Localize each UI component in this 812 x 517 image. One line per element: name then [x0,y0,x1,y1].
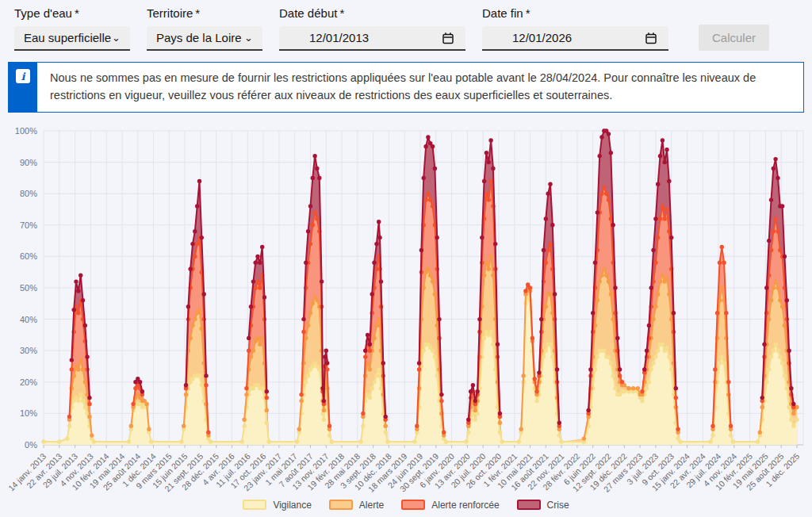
legend-swatch-crise [517,500,541,510]
info-banner-text: Nous ne sommes pas en mesure de fournir … [37,63,803,112]
chevron-down-icon: ⌄ [244,33,253,43]
svg-text:60%: 60% [20,251,37,261]
required-asterisk: * [339,6,344,20]
filters-form: Type d'eau* Eau superficielle ⌄ Territoi… [0,0,812,51]
svg-text:80%: 80% [20,189,37,198]
info-banner: i Nous ne sommes pas en mesure de fourni… [8,62,804,113]
restrictions-chart-container: 0%10%20%30%40%50%60%70%80%90%100%14 janv… [8,119,804,511]
legend-label-vigilance: Vigilance [273,500,311,511]
svg-text:0%: 0% [25,440,37,450]
info-banner-bar: i [9,63,37,112]
date-fin-value: 12/01/2026 [512,31,572,44]
territoire-label: Territoire* [147,6,262,20]
date-debut-label: Date début* [279,6,465,20]
date-debut-value: 12/01/2013 [309,31,369,44]
svg-text:50%: 50% [20,283,37,293]
date-debut-label-text: Date début [279,6,337,20]
svg-text:20%: 20% [20,377,37,386]
legend-label-alerte-renforcee: Alerte renforcée [431,500,499,511]
calendar-icon[interactable] [645,32,657,44]
chevron-down-icon: ⌄ [112,33,121,43]
territoire-label-text: Territoire [147,6,193,20]
restrictions-stacked-area-chart: 0%10%20%30%40%50%60%70%80%90%100%14 janv… [8,119,804,495]
territoire-value: Pays de la Loire [156,31,242,44]
calendar-icon[interactable] [442,32,454,44]
svg-text:70%: 70% [20,220,37,229]
legend-item-alerte: Alerte [329,500,384,511]
legend-label-alerte: Alerte [359,500,384,511]
type-eau-value: Eau superficielle [24,31,111,44]
legend-item-alerte-renforcee: Alerte renforcée [401,500,499,511]
svg-text:30%: 30% [20,346,37,355]
field-date-debut: Date début* 12/01/2013 [279,6,465,51]
field-date-fin: Date fin* 12/01/2026 [482,6,668,51]
required-asterisk: * [75,6,79,20]
required-asterisk: * [526,6,530,20]
svg-text:100%: 100% [15,126,37,136]
svg-text:10%: 10% [20,408,37,418]
territoire-select[interactable]: Pays de la Loire ⌄ [147,26,262,51]
field-type-eau: Type d'eau* Eau superficielle ⌄ [14,6,130,51]
legend-label-crise: Crise [547,500,569,511]
date-fin-input[interactable]: 12/01/2026 [482,26,668,51]
date-debut-input[interactable]: 12/01/2013 [279,26,465,51]
type-eau-label: Type d'eau* [14,6,130,20]
field-territoire: Territoire* Pays de la Loire ⌄ [147,6,262,51]
legend-swatch-vigilance [243,500,266,510]
calculer-button[interactable]: Calculer [699,25,769,51]
date-fin-label: Date fin* [482,6,668,20]
info-icon: i [16,69,30,83]
type-eau-label-text: Type d'eau [14,6,72,20]
svg-text:40%: 40% [20,314,37,324]
legend-item-vigilance: Vigilance [243,500,311,511]
type-eau-select[interactable]: Eau superficielle ⌄ [14,26,130,51]
date-fin-label-text: Date fin [482,6,523,20]
required-asterisk: * [195,6,200,20]
svg-text:90%: 90% [20,157,37,167]
legend-swatch-alerte-renforcee [401,500,425,510]
chart-legend: Vigilance Alerte Alerte renforcée Crise [8,500,804,511]
legend-swatch-alerte [329,500,353,510]
legend-item-crise: Crise [517,500,569,511]
